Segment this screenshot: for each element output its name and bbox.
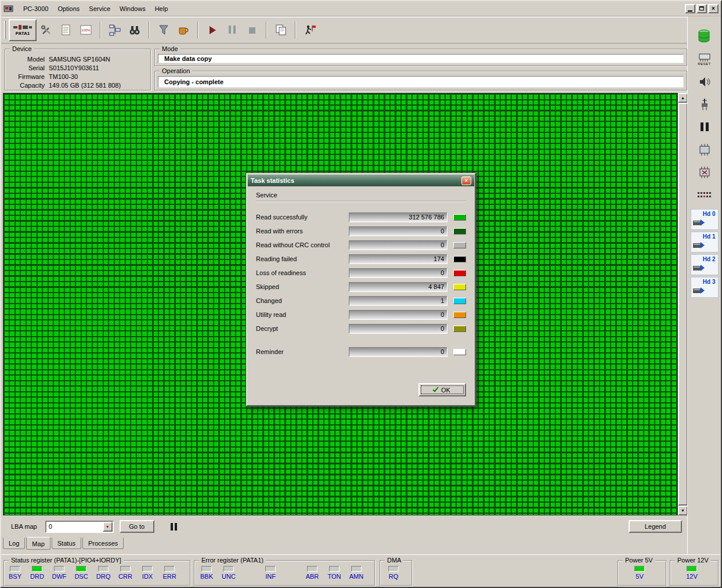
mode-panel-title: Mode [160, 45, 180, 53]
connector-pins-icon [696, 190, 713, 200]
toolbar-grip[interactable] [4, 21, 6, 39]
task-statistics-dialog: Task statistics × Service Read successfu… [246, 173, 476, 406]
stat-row: Read without CRC control 0 [256, 240, 466, 250]
pause-task-button[interactable] [693, 118, 716, 136]
hundred-percent-icon: 100% [80, 24, 92, 37]
close-button[interactable]: × [708, 4, 719, 13]
ok-button-label: OK [441, 387, 450, 394]
copy-data-button[interactable] [693, 28, 716, 45]
stat-color-swatch [453, 298, 466, 304]
utility-tools-button[interactable] [37, 20, 56, 41]
sound-button[interactable] [693, 73, 716, 91]
tab-log[interactable]: Log [3, 538, 25, 549]
tree-icon [109, 24, 121, 37]
menu-help[interactable]: Help [150, 3, 173, 14]
chip-button[interactable] [693, 141, 716, 158]
section-divider [256, 201, 466, 202]
scroll-down-button[interactable]: ▼ [678, 506, 688, 515]
error-bit-amn: AMN [348, 566, 365, 580]
power-12v-led [687, 566, 697, 572]
device-row: Capacity 149.05 GB (312 581 808) [9, 81, 147, 90]
hd-drive-icon [692, 241, 705, 251]
status-bit-bsy: BSY [6, 566, 24, 580]
lba-dropdown-button[interactable]: ▼ [103, 522, 113, 532]
menu-pc-3000[interactable]: PC-3000 [19, 3, 53, 14]
filter-button[interactable] [154, 20, 174, 41]
tab-status[interactable]: Status [52, 538, 81, 549]
pause-bars-icon [699, 122, 710, 132]
hd3-button[interactable]: Hd 3 [691, 277, 719, 298]
script-button[interactable] [56, 20, 76, 41]
pause-button[interactable] [222, 20, 242, 41]
status-bit-dsc: DSC [73, 566, 90, 580]
minimize-button[interactable] [685, 4, 695, 13]
stat-color-swatch [453, 326, 466, 332]
reset-button[interactable]: RESET [693, 50, 716, 68]
status-bit-err: ERR [161, 566, 178, 580]
stat-row: Read successfully 312 576 786 [256, 212, 466, 222]
stat-row-reminder: Reminder 0 [256, 347, 466, 356]
status-register-group: Status register (PATA1)-[PIO4+IORDY] BSY… [3, 560, 190, 586]
tree-view-button[interactable] [105, 20, 125, 41]
copy-button[interactable] [271, 20, 291, 41]
stat-color-swatch [453, 214, 466, 221]
drd-led [32, 566, 42, 572]
dma-title: DMA [385, 556, 403, 564]
scroll-up-button[interactable]: ▲ [678, 93, 688, 103]
run-script-button[interactable] [300, 20, 320, 41]
minimize-icon [688, 10, 692, 12]
data-extractor-button[interactable] [174, 20, 193, 41]
menu-windows[interactable]: Windows [115, 3, 150, 14]
rq-led [388, 566, 399, 572]
restore-icon [699, 6, 704, 10]
dialog-close-button[interactable]: × [461, 176, 471, 185]
green-barrel-icon [698, 29, 712, 45]
menu-service[interactable]: Service [84, 3, 115, 14]
dialog-title: Task statistics [251, 177, 294, 184]
pata1-port-button[interactable]: PATA1 [9, 19, 37, 41]
map-scrollbar[interactable]: ▲ ▼ [678, 93, 688, 515]
search-button[interactable] [125, 20, 145, 41]
speaker-icon [698, 76, 711, 88]
stat-row: Utility read 0 [256, 310, 466, 319]
hd2-label: Hd 2 [703, 256, 716, 262]
hd1-label: Hd 1 [703, 233, 716, 240]
tab-map[interactable]: Map [26, 537, 50, 550]
dsc-led [76, 566, 86, 572]
restore-button[interactable] [696, 4, 707, 13]
toolbar-separator [266, 21, 267, 39]
power-5v-group: Power 5V 5V [618, 560, 666, 586]
stat-value-bar: 0 [349, 226, 447, 236]
toolbar-separator [295, 21, 296, 39]
stat-color-swatch [453, 349, 466, 355]
menu-options[interactable]: Options [53, 3, 84, 14]
power-probe-button[interactable] [693, 96, 716, 113]
operation-value: Copying - complete [158, 76, 684, 88]
hd1-button[interactable]: Hd 1 [691, 232, 719, 252]
hd0-button[interactable]: Hd 0 [691, 209, 719, 230]
hundred-percent-button[interactable]: 100% [76, 20, 96, 41]
start-button[interactable] [203, 20, 222, 41]
chip-disable-button[interactable] [693, 164, 716, 181]
connector-button[interactable] [693, 186, 716, 204]
dialog-title-bar[interactable]: Task statistics × [248, 175, 474, 186]
lba-map-label: LBA map [11, 523, 37, 530]
status-bar: Status register (PATA1)-[PIO4+IORDY] BSY… [1, 554, 721, 587]
tab-processes[interactable]: Processes [82, 538, 124, 549]
status-bit-crr: CRR [117, 566, 134, 580]
device-serial-label: Serial [9, 64, 45, 73]
amn-led [351, 566, 362, 572]
goto-button[interactable]: Go to [120, 520, 154, 533]
stat-row: Changed 1 [256, 296, 466, 305]
inf-led [265, 566, 276, 572]
scroll-thumb[interactable] [678, 103, 688, 506]
device-row: Firmware TM100-30 [9, 73, 147, 81]
legend-button[interactable]: Legend [629, 520, 682, 533]
stop-button[interactable] [242, 20, 262, 41]
pause-icon [228, 26, 237, 35]
lba-input[interactable] [46, 522, 102, 532]
main-toolbar: PATA1 100% [1, 17, 688, 44]
hd2-button[interactable]: Hd 2 [691, 254, 719, 275]
ok-button[interactable]: OK [418, 383, 466, 396]
funnel-icon [157, 24, 170, 37]
